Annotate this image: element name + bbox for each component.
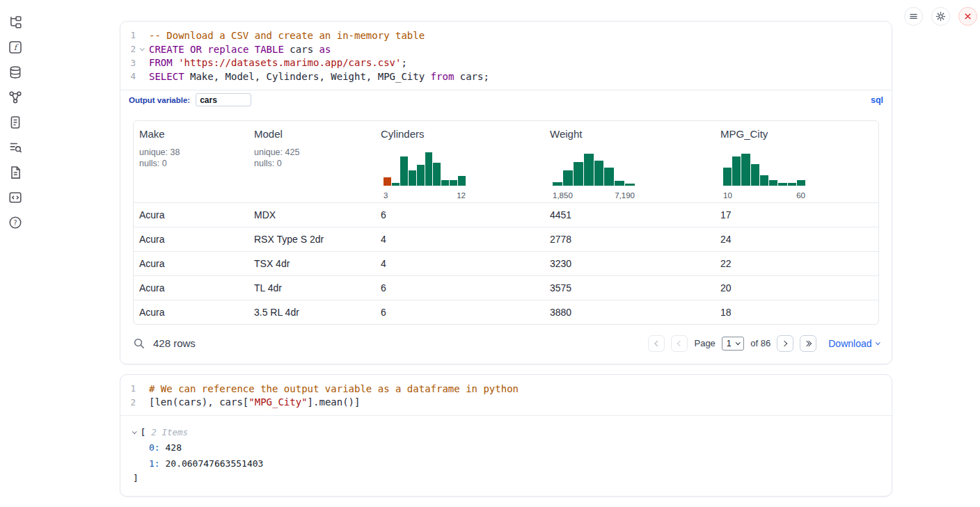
last-page-button[interactable]: [800, 335, 816, 352]
tree-entries: 0: 4281: 20.060747663551403: [133, 440, 892, 472]
sql-code-editor[interactable]: 1-- Download a CSV and create an in-memo…: [120, 22, 892, 90]
logs-icon[interactable]: [8, 115, 22, 129]
first-page-button[interactable]: [648, 335, 665, 352]
column-name: Weight: [550, 128, 709, 140]
table-cell: MDX: [248, 203, 375, 227]
prev-page-button[interactable]: [671, 335, 688, 352]
settings-button[interactable]: [931, 7, 950, 26]
variables-icon[interactable]: f: [8, 40, 22, 54]
pagination: Page 1 of 86 Download: [648, 335, 879, 352]
table-row[interactable]: AcuraRSX Type S 2dr4277824: [134, 227, 878, 251]
menu-button[interactable]: [904, 7, 923, 26]
histogram-bar: [433, 163, 441, 186]
table-cell: 6: [375, 203, 544, 227]
table-row[interactable]: Acura3.5 RL 4dr6388018: [134, 300, 878, 324]
line-number: 1: [120, 383, 136, 394]
python-code-editor[interactable]: 1# We can reference the output variable …: [120, 375, 892, 415]
chevron-down-icon: [876, 340, 880, 344]
row-count: 428 rows: [153, 337, 196, 349]
page-select-value: 1: [727, 339, 732, 348]
table-body: AcuraMDX6445117AcuraRSX Type S 2dr427782…: [134, 202, 878, 324]
column-header-mpg_city[interactable]: MPG_City1060: [715, 121, 878, 202]
page-select[interactable]: 1: [722, 337, 744, 351]
table-cell: 20: [715, 276, 878, 300]
column-header-model[interactable]: Modelunique: 425nulls: 0: [248, 121, 375, 202]
line-number: 2: [120, 44, 136, 54]
histogram-bar: [732, 156, 741, 186]
fold-chevron-icon[interactable]: [136, 49, 149, 50]
search-icon[interactable]: [133, 337, 145, 349]
code-line[interactable]: 1-- Download a CSV and create an in-memo…: [120, 29, 892, 42]
histogram-axis-labels: 1,8507,190: [553, 191, 635, 200]
table-cell: 22: [715, 252, 878, 275]
table-header: Makeunique: 38nulls: 0Modelunique: 425nu…: [134, 121, 878, 202]
histogram[interactable]: [553, 150, 635, 186]
close-button[interactable]: [958, 7, 977, 26]
code-text: CREATE OR replace TABLE cars as: [149, 44, 331, 55]
dependency-graph-icon[interactable]: [8, 90, 22, 104]
table-cell: 24: [715, 227, 878, 251]
table-cell: 3.5 RL 4dr: [248, 300, 375, 324]
data-table: Makeunique: 38nulls: 0Modelunique: 425nu…: [133, 120, 879, 325]
table-cell: 4: [375, 252, 544, 275]
code-text: SELECT Make, Model, Cylinders, Weight, M…: [149, 71, 489, 82]
table-cell: 6: [375, 276, 544, 300]
histogram-bar: [584, 154, 594, 186]
language-badge: sql: [871, 95, 883, 105]
datasources-icon[interactable]: [8, 65, 22, 79]
column-header-make[interactable]: Makeunique: 38nulls: 0: [134, 121, 248, 202]
tree-entry: 1: 20.060747663551403: [133, 456, 892, 472]
histogram-bar: [625, 184, 635, 186]
packages-icon[interactable]: [8, 191, 22, 204]
table-cell: RSX Type S 2dr: [248, 227, 375, 251]
histogram-bar: [615, 181, 624, 186]
line-number: 1: [120, 30, 136, 40]
line-number: 2: [120, 397, 136, 408]
histogram-bar: [574, 162, 583, 186]
table-cell: TL 4dr: [248, 276, 375, 300]
output-variable-input[interactable]: [196, 93, 251, 106]
code-text: # We can reference the output variable a…: [149, 383, 519, 394]
output-variable-row: Output variable: sql: [120, 90, 892, 110]
code-line[interactable]: 2CREATE OR replace TABLE cars as: [120, 42, 892, 56]
cell-sql: 1-- Download a CSV and create an in-memo…: [120, 21, 892, 364]
table-cell: 6: [375, 300, 544, 324]
table-cell: 3230: [544, 252, 715, 275]
histogram-bar: [769, 180, 777, 186]
output-variable-label: Output variable:: [129, 96, 190, 104]
column-stats: unique: 38nulls: 0: [139, 147, 243, 170]
histogram-bar: [604, 168, 614, 186]
histogram[interactable]: [723, 150, 805, 186]
histogram-bar: [409, 170, 416, 186]
code-line[interactable]: 4SELECT Make, Model, Cylinders, Weight, …: [120, 70, 892, 83]
column-header-cylinders[interactable]: Cylinders312: [375, 121, 544, 202]
code-line[interactable]: 1# We can reference the output variable …: [120, 382, 892, 396]
table-cell: Acura: [134, 203, 248, 227]
snippets-icon[interactable]: [8, 140, 22, 154]
histogram-bar: [760, 175, 768, 186]
table-row[interactable]: AcuraTSX 4dr4323022: [134, 251, 878, 275]
table-cell: 18: [715, 300, 878, 324]
chevron-down-icon: [736, 340, 740, 344]
next-page-button[interactable]: [777, 335, 793, 352]
file-explorer-icon[interactable]: [8, 15, 22, 29]
code-text: FROM 'https://datasets.marimo.app/cars.c…: [149, 57, 407, 68]
help-icon[interactable]: ?: [8, 216, 22, 230]
histogram-bar: [723, 168, 732, 186]
table-cell: 4: [375, 227, 544, 251]
documentation-icon[interactable]: [8, 166, 22, 179]
table-footer: 428 rows Page 1 of 86 Download: [120, 325, 892, 364]
column-header-weight[interactable]: Weight1,8507,190: [544, 121, 715, 202]
table-cell: 3880: [544, 300, 715, 324]
sidebar-icon-rail: f?: [0, 0, 31, 230]
table-cell: Acura: [134, 300, 248, 324]
code-text: [len(cars), cars["MPG_City"].mean()]: [149, 396, 360, 408]
code-line[interactable]: 3FROM 'https://datasets.marimo.app/cars.…: [120, 56, 892, 70]
page-label: Page: [694, 338, 715, 348]
histogram[interactable]: [384, 150, 466, 186]
download-button[interactable]: Download: [828, 338, 879, 349]
table-row[interactable]: AcuraTL 4dr6357520: [134, 275, 878, 300]
code-line[interactable]: 2[len(cars), cars["MPG_City"].mean()]: [120, 395, 892, 409]
table-row[interactable]: AcuraMDX6445117: [134, 202, 878, 227]
collapse-icon[interactable]: [132, 429, 136, 433]
